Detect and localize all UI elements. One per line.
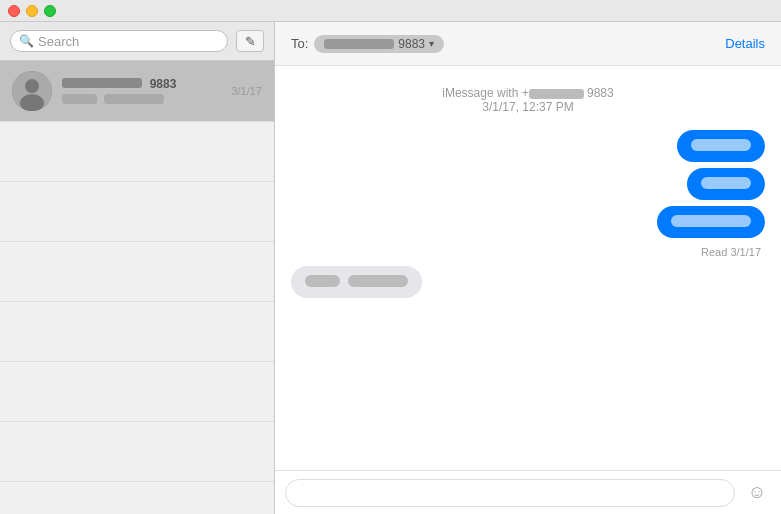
- messages-area: iMessage with + 9883 3/1/17, 12:37 PM: [275, 66, 781, 470]
- title-bar: [0, 0, 781, 22]
- app-container: 🔍 Search ✎ 98: [0, 22, 781, 514]
- incoming-text-blurred-2: [348, 275, 408, 287]
- conv-name: 9883: [62, 76, 223, 91]
- empty-row: [0, 362, 274, 422]
- name-blurred: [62, 78, 142, 88]
- conv-info: 9883: [62, 76, 223, 107]
- recipient-chip[interactable]: 9883 ▾: [314, 35, 444, 53]
- search-icon: 🔍: [19, 34, 34, 48]
- preview-blurred-2: [104, 94, 164, 104]
- chat-header: To: 9883 ▾ Details: [275, 22, 781, 66]
- message-row-in-1: [291, 266, 765, 298]
- imessage-info-text: iMessage with +: [442, 86, 528, 100]
- imessage-number-suffix: 9883: [587, 86, 614, 100]
- chat-recipient: To: 9883 ▾: [291, 35, 444, 53]
- message-row-out-1: [291, 130, 765, 162]
- empty-row: [0, 422, 274, 482]
- empty-rows: [0, 122, 274, 514]
- conversation-item[interactable]: 9883 3/1/17: [0, 61, 274, 122]
- bubble-text-blurred-2: [701, 177, 751, 189]
- conv-date: 3/1/17: [231, 85, 262, 97]
- minimize-button[interactable]: [26, 5, 38, 17]
- incoming-text-blurred-1: [305, 275, 340, 287]
- recipient-number: 9883: [398, 37, 425, 51]
- empty-row: [0, 302, 274, 362]
- empty-row: [0, 482, 274, 514]
- message-row-out-2: [291, 168, 765, 200]
- imessage-timestamp: 3/1/17, 12:37 PM: [482, 100, 573, 114]
- empty-row: [0, 182, 274, 242]
- imessage-number-blurred: [529, 89, 584, 99]
- empty-row: [0, 122, 274, 182]
- search-bar[interactable]: 🔍 Search: [10, 30, 228, 52]
- preview-blurred-1: [62, 94, 97, 104]
- bubble-outgoing-2: [687, 168, 765, 200]
- bubble-outgoing-3: [657, 206, 765, 238]
- conv-phone: 9883: [150, 77, 177, 91]
- sidebar: 🔍 Search ✎ 98: [0, 22, 275, 514]
- bubble-incoming-1: [291, 266, 422, 298]
- recipient-blurred: [324, 39, 394, 49]
- avatar: [12, 71, 52, 111]
- bubble-text-blurred-1: [691, 139, 751, 151]
- chevron-down-icon: ▾: [429, 38, 434, 49]
- sidebar-toolbar: 🔍 Search ✎: [0, 22, 274, 61]
- compose-button[interactable]: ✎: [236, 30, 264, 52]
- svg-point-1: [25, 79, 39, 93]
- emoji-button[interactable]: ☺: [743, 479, 771, 507]
- imessage-header: iMessage with + 9883 3/1/17, 12:37 PM: [291, 86, 765, 114]
- chat-area: To: 9883 ▾ Details iMessage with + 9883 …: [275, 22, 781, 514]
- empty-row: [0, 242, 274, 302]
- conv-preview: [62, 93, 223, 107]
- emoji-icon: ☺: [748, 482, 766, 503]
- maximize-button[interactable]: [44, 5, 56, 17]
- message-input[interactable]: [285, 479, 735, 507]
- to-label: To:: [291, 36, 308, 51]
- input-area: ☺: [275, 470, 781, 514]
- details-button[interactable]: Details: [725, 36, 765, 51]
- read-receipt: Read 3/1/17: [291, 246, 765, 258]
- close-button[interactable]: [8, 5, 20, 17]
- conversation-list: 9883 3/1/17: [0, 61, 274, 514]
- bubble-text-blurred-3: [671, 215, 751, 227]
- search-label: Search: [38, 34, 79, 49]
- traffic-lights: [8, 5, 56, 17]
- bubble-outgoing-1: [677, 130, 765, 162]
- compose-icon: ✎: [245, 34, 256, 49]
- message-row-out-3: [291, 206, 765, 238]
